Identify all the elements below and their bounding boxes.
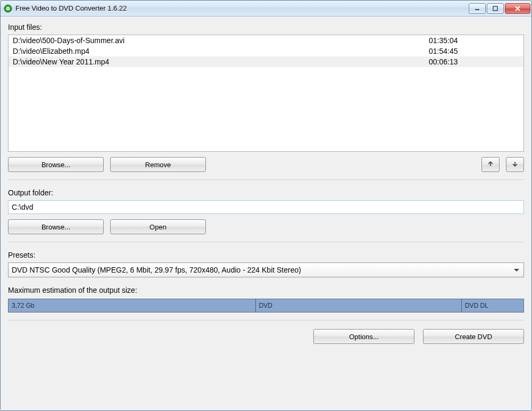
options-button[interactable]: Options... xyxy=(313,329,414,344)
input-browse-button[interactable]: Browse... xyxy=(8,157,104,172)
output-size-bar: 3,72 GbDVDDVD DL xyxy=(8,299,524,313)
preset-selected-text: DVD NTSC Good Quality (MPEG2, 6 Mbit, 29… xyxy=(12,266,301,274)
svg-rect-4 xyxy=(493,6,497,11)
file-duration: 01:35:04 xyxy=(429,36,519,45)
output-size-label: Maximum estimation of the output size: xyxy=(8,285,524,298)
file-row[interactable]: D:\video\500-Days-of-Summer.avi01:35:04 xyxy=(9,35,523,46)
arrow-down-icon xyxy=(512,161,518,169)
move-up-button[interactable] xyxy=(481,157,500,172)
svg-point-2 xyxy=(7,7,9,9)
presets-label: Presets: xyxy=(8,250,524,262)
output-folder-label: Output folder: xyxy=(8,187,524,200)
remove-button[interactable]: Remove xyxy=(110,157,206,172)
titlebar[interactable]: Free Video to DVD Converter 1.6.22 xyxy=(1,1,531,17)
size-segment: DVD DL xyxy=(462,299,523,312)
preset-dropdown[interactable]: DVD NTSC Good Quality (MPEG2, 6 Mbit, 29… xyxy=(8,262,524,277)
file-path: D:\video\New Year 2011.mp4 xyxy=(13,57,429,66)
window-controls xyxy=(469,3,530,14)
client-area: Input files: D:\video\500-Days-of-Summer… xyxy=(1,17,531,410)
size-segment: 3,72 Gb xyxy=(9,299,256,312)
close-button[interactable] xyxy=(505,3,530,14)
output-browse-button[interactable]: Browse... xyxy=(8,219,104,234)
open-output-button[interactable]: Open xyxy=(110,219,206,234)
maximize-button[interactable] xyxy=(487,3,504,14)
app-window: Free Video to DVD Converter 1.6.22 Input… xyxy=(0,0,532,411)
window-title: Free Video to DVD Converter 1.6.22 xyxy=(15,4,127,12)
input-files-label: Input files: xyxy=(8,22,524,35)
file-duration: 00:06:13 xyxy=(429,57,519,66)
file-row[interactable]: D:\video\Elizabeth.mp401:54:45 xyxy=(9,46,523,56)
move-down-button[interactable] xyxy=(506,157,524,172)
arrow-up-icon xyxy=(487,161,494,169)
input-file-list[interactable]: D:\video\500-Days-of-Summer.avi01:35:04D… xyxy=(8,35,524,152)
app-icon xyxy=(4,4,12,13)
size-segment: DVD xyxy=(256,299,462,312)
output-folder-input[interactable] xyxy=(8,200,524,214)
file-path: D:\video\500-Days-of-Summer.avi xyxy=(13,36,429,45)
create-dvd-button[interactable]: Create DVD xyxy=(423,329,524,344)
file-row[interactable]: D:\video\New Year 2011.mp400:06:13 xyxy=(9,56,523,67)
minimize-button[interactable] xyxy=(469,3,486,14)
file-duration: 01:54:45 xyxy=(429,47,519,55)
file-path: D:\video\Elizabeth.mp4 xyxy=(13,47,429,55)
